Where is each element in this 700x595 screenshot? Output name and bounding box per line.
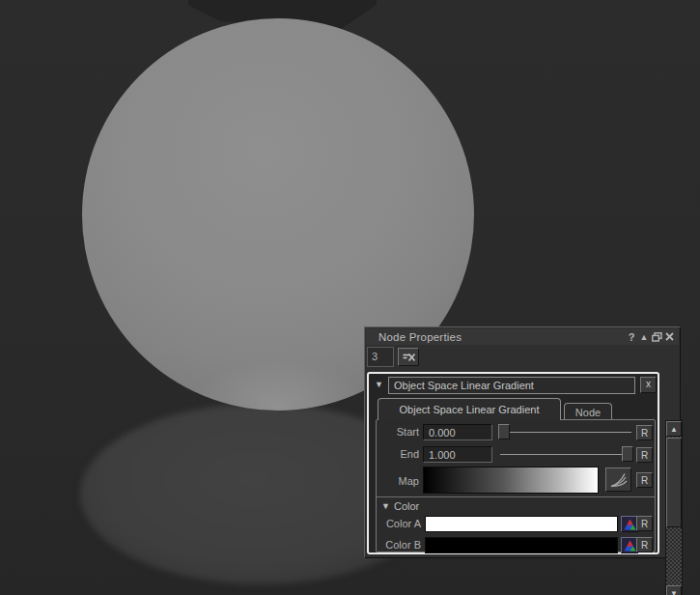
node-collapse-icon[interactable]: ▼ — [375, 381, 383, 389]
node-properties-window: Node Properties ? ▲ 3 — [364, 326, 681, 558]
map-label: Map — [377, 475, 419, 487]
section-divider — [377, 496, 655, 497]
gradient-settings-page: Start 0.000 R End 1.000 R — [376, 419, 656, 552]
color-collapse-icon[interactable]: ▼ — [381, 502, 390, 511]
viewport: Node Properties ? ▲ 3 — [0, 0, 700, 595]
scroll-up-icon[interactable]: ▲ — [666, 421, 682, 437]
color-b-label: Color B — [377, 539, 421, 551]
start-label: Start — [377, 426, 419, 438]
map-reset-button[interactable]: R — [636, 472, 653, 488]
node-count-field[interactable]: 3 — [367, 347, 394, 367]
end-row: End 1.000 R — [377, 445, 655, 465]
color-a-row: Color A R — [377, 516, 655, 534]
titlebar-buttons: ? ▲ — [626, 330, 675, 343]
tab-node[interactable]: Node — [564, 403, 612, 420]
collapse-icon[interactable]: ▲ — [638, 330, 650, 343]
end-value-field[interactable]: 1.000 — [423, 446, 492, 463]
end-slider-handle[interactable] — [622, 446, 633, 462]
edit-list-button[interactable] — [398, 348, 419, 366]
edit-list-icon — [402, 352, 416, 363]
start-slider[interactable] — [498, 424, 633, 440]
start-slider-track[interactable] — [500, 432, 631, 433]
end-reset-button[interactable]: R — [636, 447, 653, 463]
color-b-row: Color B R — [377, 537, 655, 555]
titlebar[interactable]: Node Properties ? ▲ — [366, 328, 679, 345]
scroll-down-icon[interactable]: ▼ — [666, 585, 682, 595]
vertical-scrollbar[interactable]: ▲ ▼ — [665, 420, 683, 595]
color-a-reset-button[interactable]: R — [636, 516, 653, 531]
node-name-field[interactable]: Object Space Linear Gradient — [388, 377, 635, 394]
start-slider-handle[interactable] — [498, 424, 510, 439]
restore-icon[interactable] — [651, 330, 662, 343]
close-icon[interactable] — [663, 330, 675, 343]
curve-feather-icon — [609, 471, 629, 488]
rgb-picker-icon — [624, 519, 636, 530]
color-section-label: Color — [394, 500, 419, 512]
end-slider[interactable] — [498, 446, 633, 463]
rgb-picker-icon — [624, 540, 636, 552]
map-curve-button[interactable] — [605, 468, 631, 492]
node-close-button[interactable]: x — [640, 377, 657, 393]
node-container: ▼ Object Space Linear Gradient x Object … — [367, 372, 659, 554]
color-a-swatch[interactable] — [425, 516, 618, 532]
tab-object-space-linear-gradient[interactable]: Object Space Linear Gradient — [378, 398, 561, 420]
start-reset-button[interactable]: R — [636, 425, 653, 440]
start-value-field[interactable]: 0.000 — [423, 424, 492, 440]
color-a-label: Color A — [377, 518, 421, 529]
color-b-reset-button[interactable]: R — [636, 537, 653, 552]
end-label: End — [377, 448, 419, 460]
scrollbar-thumb[interactable] — [666, 438, 682, 527]
map-gradient-preview[interactable] — [423, 467, 599, 494]
color-b-swatch[interactable] — [425, 537, 618, 553]
end-slider-track[interactable] — [500, 454, 631, 455]
help-icon[interactable]: ? — [626, 330, 637, 343]
map-row: Map R — [377, 467, 655, 496]
start-row: Start 0.000 R — [377, 423, 655, 442]
window-title: Node Properties — [378, 331, 462, 343]
